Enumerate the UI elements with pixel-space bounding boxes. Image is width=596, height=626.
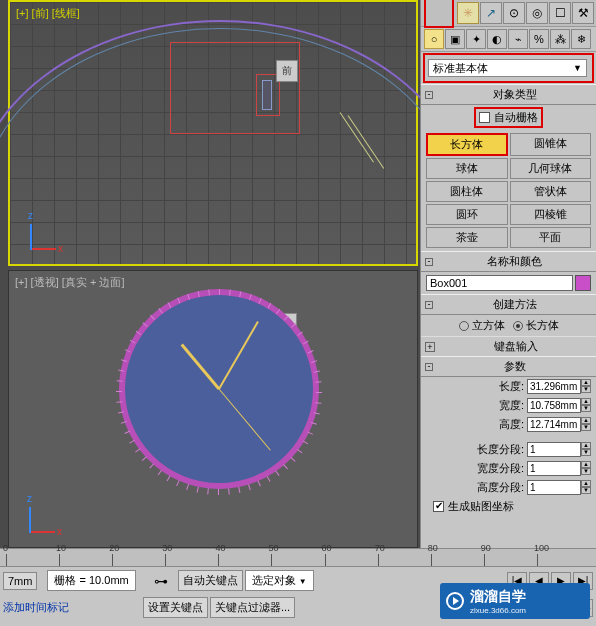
axis-z-label: z <box>28 210 33 221</box>
rollup-keyboard-entry[interactable]: + 键盘输入 <box>421 336 596 356</box>
vp-viewname[interactable]: [透视] <box>31 276 59 288</box>
torus-type-button[interactable]: 圆环 <box>426 204 508 225</box>
lights-category[interactable]: ✦ <box>466 29 486 49</box>
motion-tab[interactable]: ◎ <box>526 2 548 24</box>
sphere-type-button[interactable]: 球体 <box>426 158 508 179</box>
hierarchy-tab[interactable]: ⊙ <box>503 2 525 24</box>
key-icon[interactable]: ⊶ <box>154 573 168 589</box>
lsegs-input[interactable] <box>527 442 581 457</box>
object-type-grid: 长方体 圆锥体 球体 几何球体 圆柱体 管状体 圆环 四棱锥 茶壶 平面 <box>421 130 596 251</box>
length-spinner[interactable]: ▲▼ <box>527 379 591 394</box>
viewport-label[interactable]: [+] [前] [线框] <box>16 6 80 21</box>
vp-shading[interactable]: [真实 + 边面] <box>62 276 125 288</box>
hsegs-label: 高度分段: <box>426 480 524 495</box>
height-input[interactable] <box>527 417 581 432</box>
systems-category[interactable]: ⁂ <box>550 29 570 49</box>
length-input[interactable] <box>527 379 581 394</box>
zoom-unit[interactable]: 7mm <box>3 572 37 590</box>
hsegs-spinner[interactable]: ▲▼ <box>527 480 591 495</box>
rollup-toggle-icon[interactable]: - <box>425 363 433 371</box>
command-panel: ✳ ↗ ⊙ ◎ ☐ ⚒ ○ ▣ ✦ ◐ ⌁ % ⁂ ❄ 标准基本体 ▼ - 对象… <box>420 0 596 548</box>
box-object[interactable] <box>262 80 272 110</box>
rollup-toggle-icon[interactable]: - <box>425 91 433 99</box>
wsegs-spinner[interactable]: ▲▼ <box>527 461 591 476</box>
gen-map-label: 生成贴图坐标 <box>448 499 514 514</box>
cylinder-type-button[interactable]: 圆柱体 <box>426 181 508 202</box>
spinner-down-icon[interactable]: ▼ <box>581 468 591 475</box>
logo-play-icon <box>446 592 464 610</box>
selection-set-dropdown[interactable]: 选定对象 ▼ <box>245 570 314 591</box>
axis-gizmo: x z <box>30 222 58 250</box>
display-tab[interactable]: ☐ <box>549 2 571 24</box>
vp-plus[interactable]: [+] <box>16 7 29 19</box>
lsegs-spinner[interactable]: ▲▼ <box>527 442 591 457</box>
cone-type-button[interactable]: 圆锥体 <box>510 133 592 156</box>
spacewarps-category[interactable]: % <box>529 29 549 49</box>
cube-radio[interactable]: 立方体 <box>459 318 505 333</box>
object-color-swatch[interactable] <box>575 275 591 291</box>
viewport-perspective[interactable]: [+] [透视] [真实 + 边面] 前 x z <box>8 270 418 548</box>
key-filters-button[interactable]: 关键点过滤器... <box>210 597 295 618</box>
spinner-up-icon[interactable]: ▲ <box>581 417 591 424</box>
rollup-create-method[interactable]: - 创建方法 <box>421 294 596 315</box>
teapot-type-button[interactable]: 茶壶 <box>426 227 508 248</box>
rollup-expand-icon[interactable]: + <box>425 342 435 352</box>
spinner-down-icon[interactable]: ▼ <box>581 405 591 412</box>
cameras-category[interactable]: ◐ <box>487 29 507 49</box>
extra-category-icon[interactable]: ❄ <box>571 29 591 49</box>
viewport-label[interactable]: [+] [透视] [真实 + 边面] <box>15 275 124 290</box>
hsegs-input[interactable] <box>527 480 581 495</box>
object-name-input[interactable] <box>426 275 573 291</box>
clock-model[interactable] <box>119 289 319 489</box>
spinner-up-icon[interactable]: ▲ <box>581 398 591 405</box>
spinner-up-icon[interactable]: ▲ <box>581 442 591 449</box>
viewport-front[interactable]: [+] [前] [线框] 前 x z <box>8 0 418 266</box>
tube-type-button[interactable]: 管状体 <box>510 181 592 202</box>
rollup-toggle-icon[interactable]: - <box>425 258 433 266</box>
vp-plus[interactable]: [+] <box>15 276 28 288</box>
viewcube[interactable]: 前 <box>276 60 298 82</box>
logo-subtitle: zixue.3d66.com <box>470 606 526 615</box>
helpers-category[interactable]: ⌁ <box>508 29 528 49</box>
pyramid-type-button[interactable]: 四棱锥 <box>510 204 592 225</box>
shapes-category[interactable]: ▣ <box>445 29 465 49</box>
spinner-down-icon[interactable]: ▼ <box>581 449 591 456</box>
modify-tab[interactable]: ↗ <box>480 2 502 24</box>
height-spinner[interactable]: ▲▼ <box>527 417 591 432</box>
grid-readout: 栅格 = 10.0mm <box>47 570 135 591</box>
width-input[interactable] <box>527 398 581 413</box>
geosphere-type-button[interactable]: 几何球体 <box>510 158 592 179</box>
utilities-tab[interactable]: ⚒ <box>572 2 594 24</box>
logo-title: 溜溜自学 <box>470 588 526 606</box>
rollup-params[interactable]: - 参数 <box>421 356 596 377</box>
red-annotation-dropdown: 标准基本体 ▼ <box>423 53 594 83</box>
gen-map-checkbox[interactable]: ✔ <box>433 501 444 512</box>
box-type-button[interactable]: 长方体 <box>426 133 508 156</box>
box-radio[interactable]: 长方体 <box>513 318 559 333</box>
rollup-title: 名称和颜色 <box>437 254 592 269</box>
rollup-toggle-icon[interactable]: - <box>425 301 433 309</box>
primitive-type-dropdown[interactable]: 标准基本体 ▼ <box>428 59 587 77</box>
add-time-tag[interactable]: 添加时间标记 <box>3 600 69 615</box>
set-key-button[interactable]: 设置关键点 <box>143 597 208 618</box>
spinner-down-icon[interactable]: ▼ <box>581 386 591 393</box>
spinner-down-icon[interactable]: ▼ <box>581 487 591 494</box>
wsegs-input[interactable] <box>527 461 581 476</box>
spinner-up-icon[interactable]: ▲ <box>581 379 591 386</box>
create-tab[interactable]: ✳ <box>457 2 479 24</box>
auto-key-button[interactable]: 自动关键点 <box>178 570 243 591</box>
autogrid-checkbox[interactable] <box>479 112 490 123</box>
wsegs-label: 宽度分段: <box>426 461 524 476</box>
geometry-category[interactable]: ○ <box>424 29 444 49</box>
vp-viewname[interactable]: [前] <box>32 7 49 19</box>
spinner-down-icon[interactable]: ▼ <box>581 424 591 431</box>
rollup-object-type[interactable]: - 对象类型 <box>421 84 596 105</box>
spinner-up-icon[interactable]: ▲ <box>581 480 591 487</box>
width-spinner[interactable]: ▲▼ <box>527 398 591 413</box>
create-categories: ○ ▣ ✦ ◐ ⌁ % ⁂ ❄ <box>421 27 596 52</box>
vp-shading[interactable]: [线框] <box>52 7 80 19</box>
time-ruler[interactable]: 0102030405060708090100 <box>0 549 596 567</box>
rollup-name-color[interactable]: - 名称和颜色 <box>421 251 596 272</box>
spinner-up-icon[interactable]: ▲ <box>581 461 591 468</box>
plane-type-button[interactable]: 平面 <box>510 227 592 248</box>
